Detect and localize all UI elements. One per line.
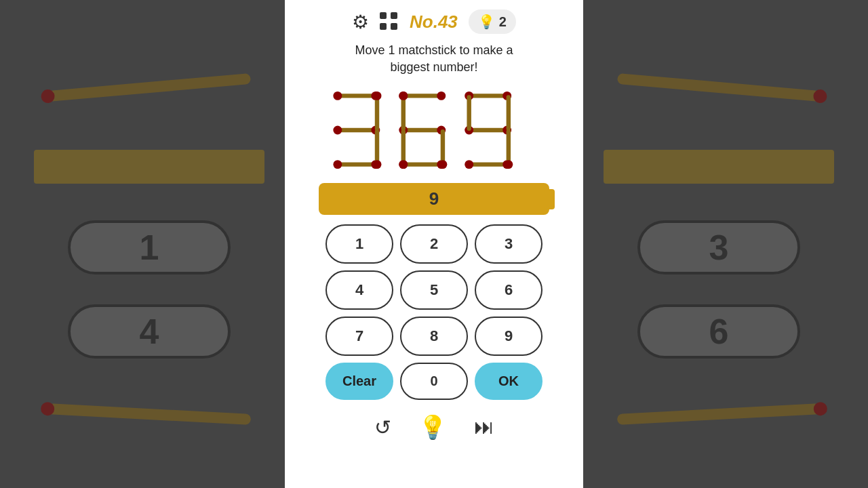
btn-3[interactable]: 3 [475,224,542,264]
forward-icon[interactable]: ⏭ [474,415,494,439]
bg-btn-4: 4 [68,304,231,359]
btn-9[interactable]: 9 [475,317,542,356]
footer-icons: ↺ 💡 ⏭ [374,413,494,441]
svg-point-40 [504,161,513,169]
matchstick-display [319,83,549,178]
svg-point-23 [399,92,408,100]
btn-7[interactable]: 7 [326,317,393,356]
answer-value: 9 [429,188,439,209]
numpad: 1 2 3 4 5 6 7 8 9 [326,224,542,356]
svg-point-25 [399,161,408,169]
answer-bar: 9 [319,183,549,215]
svg-point-15 [437,92,446,100]
hint-bulb-icon: 💡 [478,14,495,30]
btn-5[interactable]: 5 [400,270,468,310]
ok-button[interactable]: OK [475,363,542,400]
svg-point-7 [333,161,342,169]
svg-point-10 [373,92,382,100]
gear-icon[interactable]: ⚙ [352,11,369,33]
bg-btn-6: 6 [637,304,800,359]
svg-point-27 [438,161,447,169]
hint-count: 2 [499,14,507,30]
svg-point-35 [465,161,473,169]
btn-4[interactable]: 4 [326,270,393,310]
clear-button[interactable]: Clear [326,363,393,400]
bg-btn-1: 1 [68,220,231,274]
hint-badge[interactable]: 💡 2 [469,9,516,34]
header: ⚙ No.43 💡 2 [285,0,583,39]
instruction-text: Move 1 matchstick to make a biggest numb… [334,39,533,83]
svg-point-4 [333,126,342,135]
btn-8[interactable]: 8 [400,317,468,356]
btn-6[interactable]: 6 [475,270,542,310]
bg-btn-3: 3 [637,220,800,274]
replay-icon[interactable]: ↺ [374,415,391,439]
btn-0[interactable]: 0 [400,363,468,400]
btn-2[interactable]: 2 [400,224,468,264]
svg-point-12 [373,161,382,169]
svg-point-1 [333,92,342,100]
level-badge: No.43 [410,12,458,33]
main-panel: ⚙ No.43 💡 2 Move 1 matchstick to make a … [285,0,583,488]
btn-1[interactable]: 1 [326,224,393,264]
hint-icon[interactable]: 💡 [418,413,447,441]
grid-icon[interactable] [380,12,399,31]
bottom-row: Clear 0 OK [326,363,542,400]
